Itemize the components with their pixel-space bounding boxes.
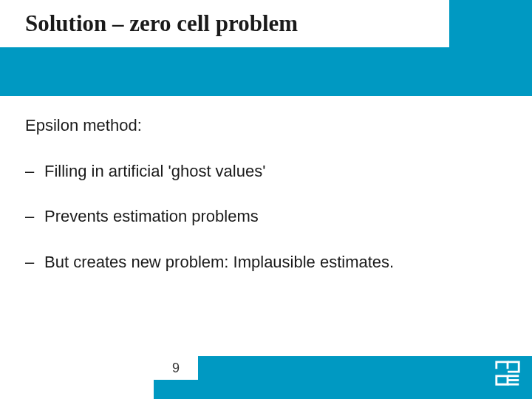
footer-accent-bar bbox=[154, 356, 532, 399]
slide: Solution – zero cell problem Epsilon met… bbox=[0, 0, 532, 399]
list-item: But creates new problem: Implausible est… bbox=[25, 252, 502, 273]
footer: 9 bbox=[0, 356, 532, 399]
bullet-list: Filling in artificial 'ghost values' Pre… bbox=[25, 161, 502, 273]
title-accent-block bbox=[449, 0, 532, 96]
content-area: Epsilon method: Filling in artificial 'g… bbox=[25, 115, 502, 297]
list-item: Prevents estimation problems bbox=[25, 206, 502, 227]
page-number: 9 bbox=[154, 356, 198, 380]
page-number-value: 9 bbox=[172, 361, 180, 376]
list-item: Filling in artificial 'ghost values' bbox=[25, 161, 502, 182]
title-area: Solution – zero cell problem bbox=[0, 0, 532, 52]
cbs-logo-icon bbox=[494, 359, 522, 387]
title-accent-bar bbox=[0, 49, 449, 96]
intro-text: Epsilon method: bbox=[25, 115, 502, 136]
